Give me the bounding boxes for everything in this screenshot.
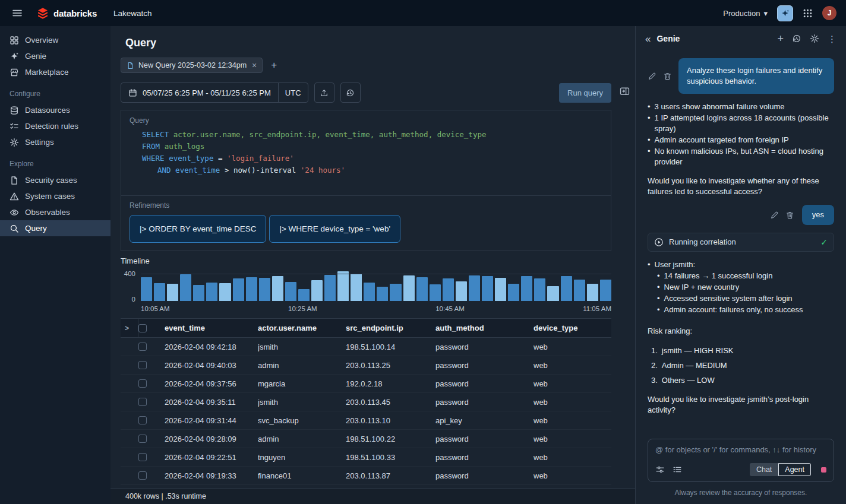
sidebar-item-marketplace[interactable]: Marketplace: [0, 64, 111, 80]
row-checkbox[interactable]: [138, 416, 147, 424]
sidebar-item-genie[interactable]: Genie: [0, 48, 111, 64]
column-header-event-time[interactable]: event_time: [165, 324, 258, 332]
row-checkbox[interactable]: [138, 471, 147, 480]
timeline-bar: [337, 271, 349, 301]
run-query-button[interactable]: Run query: [559, 83, 611, 103]
column-header-device-type[interactable]: device_type: [534, 324, 611, 332]
x-tick-label: 10:25 AM: [288, 305, 317, 312]
row-checkbox[interactable]: [138, 361, 147, 369]
row-checkbox[interactable]: [138, 398, 147, 406]
sidebar-item-detection-rules[interactable]: Detection rules: [0, 118, 111, 134]
collapse-panel-icon[interactable]: «: [645, 34, 651, 44]
sliders-icon[interactable]: [655, 465, 665, 474]
refinement-chip[interactable]: |> ORDER BY event_time DESC: [130, 215, 266, 243]
checklist-icon: [10, 122, 19, 131]
tool-status-box[interactable]: Running correlation ✓: [648, 233, 834, 252]
tab-close-icon[interactable]: ×: [252, 61, 257, 70]
x-tick-label: 11:05 AM: [583, 305, 611, 312]
select-all-checkbox[interactable]: [138, 324, 147, 332]
chat-history-icon[interactable]: [792, 34, 801, 43]
sql-editor[interactable]: Query SELECT actor.user.name, src_endpoi…: [121, 110, 611, 196]
table-row[interactable]: 2026-02-04 09:42:18jsmith198.51.100.14pa…: [121, 338, 611, 356]
timeline-bar: [364, 283, 375, 301]
timeline-bar: [193, 285, 204, 301]
table-cell: 2026-02-04 09:37:56: [165, 379, 258, 388]
new-tab-button[interactable]: +: [269, 59, 279, 71]
tasks-list-icon[interactable]: [673, 465, 682, 474]
table-cell: 2026-02-04 09:35:11: [165, 398, 258, 407]
user-reply-bubble: yes: [802, 205, 834, 225]
timeline-chart: [141, 270, 611, 301]
sidebar-item-query[interactable]: Query: [0, 220, 111, 236]
table-cell: 2026-02-04 09:19:33: [165, 471, 258, 480]
timeline-bar: [469, 275, 480, 301]
query-history-button[interactable]: [340, 83, 361, 103]
stop-indicator[interactable]: [821, 467, 826, 473]
gridline-400: [141, 274, 611, 274]
column-header-src-endpoint-ip[interactable]: src_endpoint.ip: [346, 324, 435, 332]
column-header-auth-method[interactable]: auth_method: [435, 324, 534, 332]
row-checkbox[interactable]: [138, 379, 147, 388]
sql-line: SELECT actor.user.name, src_endpoint.ip,…: [130, 129, 602, 141]
eye-icon: [10, 208, 19, 217]
delete-message-icon[interactable]: [785, 211, 794, 220]
genie-input[interactable]: [655, 445, 826, 454]
chat-mode-button[interactable]: Chat: [750, 463, 778, 476]
edit-message-icon[interactable]: [648, 72, 656, 81]
table-cell: web: [534, 398, 611, 407]
timeline-bar: [587, 284, 598, 301]
table-row[interactable]: 2026-02-04 09:19:33finance01203.0.113.87…: [121, 467, 611, 485]
delete-message-icon[interactable]: [663, 72, 672, 81]
share-query-button[interactable]: [314, 83, 334, 103]
table-cell: web: [534, 471, 611, 480]
table-row[interactable]: 2026-02-04 09:22:51tnguyen198.51.100.33p…: [121, 448, 611, 467]
hamburger-menu-icon[interactable]: [10, 5, 25, 21]
timeline-bar: [403, 275, 415, 301]
sidebar-item-system-cases[interactable]: System cases: [0, 188, 111, 204]
findings-bullet-list: •User jsmith:•14 failures → 1 successful…: [648, 259, 834, 315]
apps-grid-icon[interactable]: [803, 8, 813, 18]
sidebar-item-security-cases[interactable]: Security cases: [0, 172, 111, 188]
edit-message-icon[interactable]: [770, 211, 779, 220]
table-cell: web: [534, 343, 611, 351]
table-row[interactable]: 2026-02-04 09:35:11jsmith203.0.113.45pas…: [121, 393, 611, 411]
table-cell: 198.51.100.22: [346, 435, 435, 443]
sidebar-item-datasources[interactable]: Datasources: [0, 102, 111, 118]
table-row[interactable]: 2026-02-04 09:40:03admin203.0.113.25pass…: [121, 356, 611, 375]
kebab-menu-icon[interactable]: ⋮: [828, 34, 836, 43]
timeline-bar: [561, 276, 572, 301]
row-checkbox[interactable]: [138, 435, 147, 443]
environment-select[interactable]: Production ▾: [723, 9, 768, 18]
table-row[interactable]: 2026-02-04 09:37:56mgarcia192.0.2.18pass…: [121, 375, 611, 393]
sidebar-item-overview[interactable]: Overview: [0, 32, 111, 48]
sidebar-item-settings[interactable]: Settings: [0, 134, 111, 150]
check-icon: ✓: [820, 237, 828, 248]
timeline-bar: [495, 278, 506, 301]
genie-settings-icon[interactable]: [810, 34, 819, 43]
sparkle-icon: [10, 52, 19, 61]
document-icon: [127, 62, 134, 69]
timeline-bar: [430, 284, 441, 301]
agent-mode-button[interactable]: Agent: [778, 463, 811, 476]
databricks-logo[interactable]: databricks: [37, 7, 97, 20]
table-row[interactable]: 2026-02-04 09:31:44svc_backup203.0.113.1…: [121, 411, 611, 430]
timezone-selector[interactable]: UTC: [278, 83, 308, 102]
timeline-bar: [390, 284, 401, 301]
table-cell: 198.51.100.14: [346, 343, 435, 351]
refinement-chip[interactable]: |> WHERE device_type = 'web': [269, 215, 400, 243]
user-avatar[interactable]: J: [822, 6, 836, 20]
side-panel-toggle-icon[interactable]: [620, 86, 630, 96]
query-tab[interactable]: New Query 2025-03-02 12:34pm ×: [121, 58, 263, 73]
sidebar-item-observables[interactable]: Observables: [0, 204, 111, 220]
assistant-toggle-button[interactable]: [777, 5, 793, 21]
table-expand-header[interactable]: >: [121, 319, 138, 337]
row-checkbox[interactable]: [138, 343, 147, 351]
table-cell: password: [435, 361, 534, 370]
bullet-item: •Accessed sensitive system after login: [657, 293, 834, 304]
date-range-picker[interactable]: 05/07/25 6:25 PM - 05/11/25 6:25 PM: [121, 83, 278, 102]
column-header-actor-user-name[interactable]: actor.user.name: [258, 324, 346, 332]
row-checkbox[interactable]: [138, 453, 147, 461]
table-row[interactable]: 2026-02-04 09:28:09admin198.51.100.22pas…: [121, 430, 611, 448]
refinements-label: Refinements: [130, 201, 602, 210]
new-chat-icon[interactable]: +: [777, 33, 784, 44]
